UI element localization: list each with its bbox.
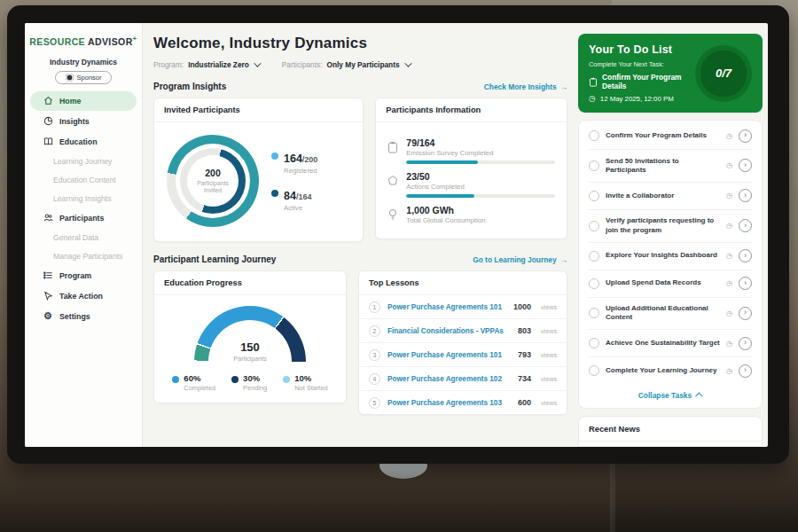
task-go-button[interactable]: › <box>739 129 752 143</box>
program-filter[interactable]: Program: Industrialize Zero <box>153 60 259 69</box>
legend-label: Registered <box>284 167 317 175</box>
legend-label: Pending <box>243 384 267 392</box>
sidebar-item-take-action[interactable]: Take Action <box>30 286 137 306</box>
donut-legend: 164/200 Registered 84/164 Active <box>271 150 317 212</box>
task-go-button[interactable]: › <box>739 189 752 202</box>
donut-center-label: 200 Participants Invited <box>167 135 259 227</box>
sidebar-item-learning-insights[interactable]: Learning Insights <box>30 190 137 207</box>
legend-label: Active <box>284 204 311 212</box>
sponsor-badge[interactable]: Sponsor <box>55 71 112 84</box>
sidebar-item-general-data[interactable]: General Data <box>30 229 137 246</box>
task-checkbox[interactable] <box>589 338 599 348</box>
sidebar-item-manage-participants[interactable]: Manage Participants <box>30 247 137 265</box>
recent-news-card: Recent News <box>578 416 763 447</box>
section-title: Participant Learning Journey <box>153 254 276 264</box>
logo-secondary: ADVISOR <box>88 36 133 47</box>
lesson-link[interactable]: Financial Considerations - VPPAs <box>387 327 511 335</box>
legend-label: Completed <box>184 384 215 392</box>
participants-filter-label: Participants: <box>282 60 323 69</box>
task-go-button[interactable]: › <box>739 219 752 232</box>
task-label: Achieve One Sustainability Target <box>606 339 720 348</box>
task-go-button[interactable]: › <box>739 364 752 378</box>
task-label: Explore Your Insights Dashboard <box>606 251 720 260</box>
task-go-button[interactable]: › <box>739 159 752 172</box>
gear-icon: ⚙ <box>43 311 53 322</box>
consumption-row: 1,000 GWh Total Global Consumption <box>387 205 555 228</box>
emission-survey-row: 79/164 Emission Survey Completed <box>387 137 555 164</box>
task-go-button[interactable]: › <box>739 277 752 290</box>
learning-journey-section-header: Participant Learning Journey Go to Learn… <box>153 254 567 264</box>
chevron-down-icon <box>404 59 411 66</box>
legend-completed: 60% Completed <box>172 373 215 392</box>
lesson-link[interactable]: Power Purchase Agreements 102 <box>387 375 511 383</box>
views-word: views <box>541 375 557 383</box>
lesson-link[interactable]: Power Purchase Agreements 101 <box>387 351 511 359</box>
learning-card-row: Education Progress 150 Participants <box>153 270 567 415</box>
task-checkbox[interactable] <box>589 191 599 201</box>
pie-chart-icon <box>43 116 53 127</box>
sidebar-item-settings[interactable]: ⚙ Settings <box>30 307 137 326</box>
sidebar-item-education[interactable]: Education <box>30 132 137 152</box>
lesson-row: 5 Power Purchase Agreements 103 600 view… <box>359 391 567 414</box>
lesson-link[interactable]: Power Purchase Agreements 103 <box>387 399 511 407</box>
invited-participants-donut-chart: 200 Participants Invited <box>167 135 259 227</box>
goto-learning-journey-link[interactable]: Go to Learning Journey → <box>473 255 567 264</box>
donut-center-caption: Participants Invited <box>188 180 238 195</box>
gauge-center-value: 150 <box>194 340 306 354</box>
main-content: Welcome, Industry Dynamics Program: Indu… <box>143 23 578 447</box>
task-row-sustainability-target: Achieve One Sustainability Target ◷ › <box>589 330 752 357</box>
clock-icon: ◷ <box>726 192 732 200</box>
task-checkbox[interactable] <box>589 221 599 231</box>
views-count: 803 <box>518 326 531 335</box>
pending-dot-icon <box>231 376 239 383</box>
page-title: Welcome, Industry Dynamics <box>153 35 567 52</box>
sidebar-nav: Home Insights Education Learning Journey… <box>25 91 142 326</box>
program-filter-label: Program: <box>153 60 184 69</box>
metric-label: Emission Survey Completed <box>406 149 555 157</box>
task-label: Invite a Collaborator <box>606 192 720 200</box>
lesson-row: 1 Power Purchase Agreements 101 1000 vie… <box>359 295 567 319</box>
task-checkbox[interactable] <box>589 160 599 171</box>
lesson-row: 2 Financial Considerations - VPPAs 803 v… <box>359 319 567 343</box>
lesson-rank: 3 <box>369 349 380 361</box>
task-label: Complete Your Learning Journey <box>606 366 720 375</box>
insights-card-row: Invited Participants 200 Participants In… <box>153 98 567 242</box>
people-icon <box>43 213 53 223</box>
task-go-button[interactable]: › <box>739 307 752 320</box>
sidebar-item-learning-journey[interactable]: Learning Journey <box>30 153 137 170</box>
card-title: Education Progress <box>154 271 346 295</box>
legend-pending: 30% Pending <box>231 373 267 392</box>
task-checkbox[interactable] <box>589 130 599 141</box>
clock-icon: ◷ <box>726 367 732 375</box>
sidebar-item-program[interactable]: Program <box>30 266 137 286</box>
org-name: Industry Dynamics <box>25 58 142 66</box>
task-checkbox[interactable] <box>589 365 599 376</box>
gauge-center-label: 150 Participants <box>194 340 306 363</box>
legend-value: 30% <box>243 373 267 383</box>
lesson-link[interactable]: Power Purchase Agreements 101 <box>387 303 506 311</box>
participants-filter[interactable]: Participants: Only My Participants <box>282 60 410 69</box>
sidebar-item-home[interactable]: Home <box>30 91 137 111</box>
sidebar-item-label: Learning Insights <box>53 194 111 203</box>
task-go-button[interactable]: › <box>739 337 752 350</box>
task-label: Upload Spend Data Records <box>606 278 720 287</box>
arrow-right-icon: → <box>560 255 567 264</box>
collapse-tasks-link[interactable]: Collapse Tasks <box>589 384 752 408</box>
views-word: views <box>541 303 557 311</box>
sidebar-item-participants[interactable]: Participants <box>30 208 137 228</box>
task-checkbox[interactable] <box>589 251 599 262</box>
metric-value: 1,000 GWh <box>406 205 555 215</box>
task-row-explore-insights: Explore Your Insights Dashboard ◷ › <box>589 243 752 270</box>
legend-value: 84 <box>284 190 296 202</box>
check-more-insights-link[interactable]: Check More Insights → <box>484 82 567 91</box>
program-filter-value: Industrialize Zero <box>188 60 249 69</box>
sidebar-item-insights[interactable]: Insights <box>30 112 137 131</box>
task-checkbox[interactable] <box>589 278 599 289</box>
task-checkbox[interactable] <box>589 308 599 318</box>
sidebar-item-label: Take Action <box>59 292 103 301</box>
monitor-bezel: RESOURCE ADVISOR+ Industry Dynamics Spon… <box>7 5 789 464</box>
sidebar-item-label: Program <box>59 271 91 280</box>
metric-label: Total Global Consumption <box>406 216 555 224</box>
task-go-button[interactable]: › <box>739 249 752 262</box>
sidebar-item-education-content[interactable]: Education Content <box>30 171 137 189</box>
